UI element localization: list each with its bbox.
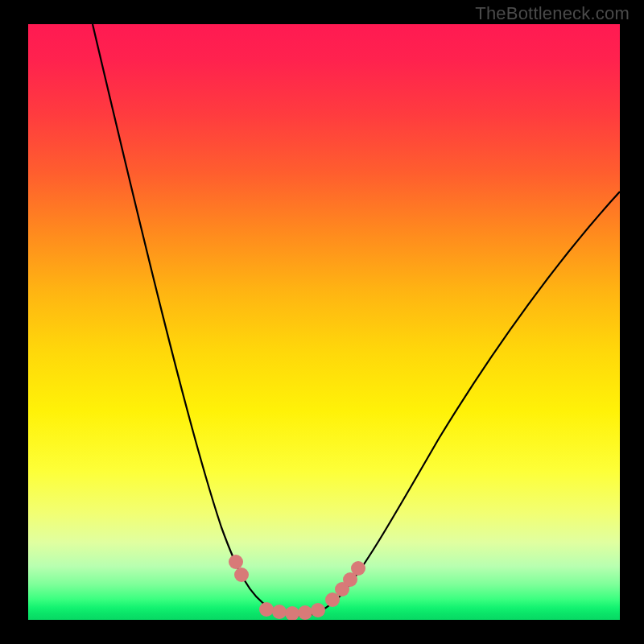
data-marker xyxy=(272,605,287,619)
data-marker xyxy=(259,602,274,617)
curve-overlay xyxy=(28,24,620,620)
data-marker xyxy=(351,561,365,576)
data-marker xyxy=(234,568,249,582)
right-curve xyxy=(302,192,620,616)
data-marker xyxy=(298,605,312,620)
left-curve xyxy=(93,24,302,616)
data-marker xyxy=(229,555,243,569)
data-marker xyxy=(285,606,299,620)
data-marker xyxy=(311,603,325,617)
chart-frame: TheBottleneck.com xyxy=(0,0,644,644)
plot-area xyxy=(28,24,620,620)
watermark-text: TheBottleneck.com xyxy=(475,3,630,24)
